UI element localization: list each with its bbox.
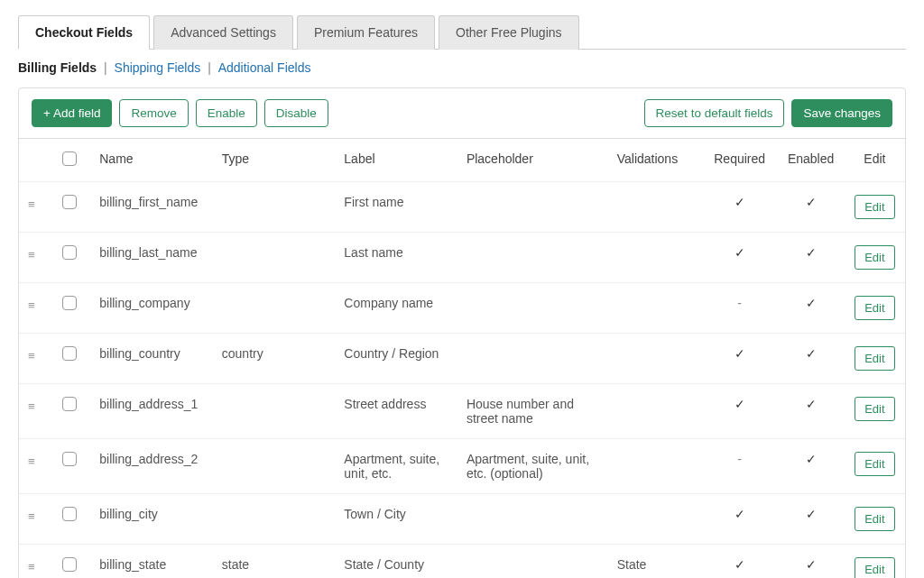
header-required: Required [702,139,777,182]
check-icon: ✓ [735,397,745,411]
cell-placeholder [457,182,608,233]
cell-validations [608,233,702,283]
edit-button[interactable]: Edit [855,195,894,219]
check-icon: ✓ [806,346,817,361]
cell-validations [608,494,702,545]
edit-button[interactable]: Edit [855,397,894,421]
cell-type [213,439,336,494]
add-field-button[interactable]: + Add field [32,99,112,127]
tab-premium-features[interactable]: Premium Features [297,15,435,50]
header-placeholder: Placeholder [457,139,608,182]
cell-required: ✓ [702,545,777,579]
cell-enabled: ✓ [777,283,844,334]
drag-handle-icon[interactable]: ≡ [28,195,34,211]
cell-name: billing_last_name [90,233,213,283]
cell-required: - [702,283,777,334]
subnav-shipping-fields[interactable]: Shipping Fields [115,60,201,75]
tab-other-free-plugins[interactable]: Other Free Plugins [439,15,579,50]
cell-enabled: ✓ [777,545,844,579]
cell-required: ✓ [702,233,777,283]
drag-handle-icon[interactable]: ≡ [28,507,34,523]
cell-type [213,283,336,334]
cell-enabled: ✓ [777,439,844,494]
edit-button[interactable]: Edit [855,557,894,578]
row-checkbox[interactable] [62,195,77,209]
cell-enabled: ✓ [777,233,844,283]
row-checkbox[interactable] [62,397,77,411]
check-icon: ✓ [806,195,817,209]
drag-handle-icon[interactable]: ≡ [28,452,34,468]
cell-placeholder: House number and street name [457,384,608,439]
cell-required: ✓ [702,182,777,233]
cell-required: ✓ [702,494,777,545]
dash-icon: - [737,452,742,466]
check-icon: ✓ [735,195,745,209]
enable-button[interactable]: Enable [196,99,257,127]
edit-button[interactable]: Edit [855,296,894,320]
cell-type [213,182,336,233]
cell-placeholder [457,494,608,545]
row-checkbox[interactable] [62,452,77,466]
edit-button[interactable]: Edit [855,245,894,270]
cell-name: billing_company [90,283,213,334]
cell-name: billing_state [90,545,213,579]
header-validations: Validations [608,139,702,182]
check-icon: ✓ [735,346,745,361]
subnav-additional-fields[interactable]: Additional Fields [218,60,311,75]
edit-button[interactable]: Edit [855,346,894,371]
drag-handle-icon[interactable]: ≡ [28,346,34,362]
header-type: Type [213,139,336,182]
table-row: ≡billing_address_2Apartment, suite, unit… [19,439,905,494]
cell-placeholder [457,283,608,334]
row-checkbox[interactable] [62,507,77,521]
table-row: ≡billing_last_nameLast name✓✓Edit [19,233,905,283]
tab-advanced-settings[interactable]: Advanced Settings [153,15,293,50]
remove-button[interactable]: Remove [119,99,188,127]
toolbar: + Add field Remove Enable Disable Reset … [19,88,905,138]
fields-table: Name Type Label Placeholder Validations … [19,138,905,578]
cell-label: Town / City [335,494,457,545]
row-checkbox[interactable] [62,346,77,361]
save-button[interactable]: Save changes [791,99,892,127]
cell-type: country [213,334,336,384]
reset-button[interactable]: Reset to default fields [644,99,785,127]
cell-enabled: ✓ [777,334,844,384]
drag-handle-icon[interactable]: ≡ [28,296,34,312]
check-icon: ✓ [806,452,817,466]
select-all-checkbox[interactable] [62,151,77,166]
cell-type [213,384,336,439]
cell-name: billing_address_2 [90,439,213,494]
edit-button[interactable]: Edit [855,507,894,531]
separator: | [100,60,110,75]
disable-button[interactable]: Disable [264,99,328,127]
row-checkbox[interactable] [62,245,77,260]
cell-validations [608,384,702,439]
table-row: ≡billing_countrycountryCountry / Region✓… [19,334,905,384]
table-row: ≡billing_first_nameFirst name✓✓Edit [19,182,905,233]
table-row: ≡billing_companyCompany name-✓Edit [19,283,905,334]
cell-label: Country / Region [335,334,457,384]
cell-name: billing_city [90,494,213,545]
cell-name: billing_first_name [90,182,213,233]
check-icon: ✓ [806,507,817,521]
cell-validations [608,439,702,494]
drag-handle-icon[interactable]: ≡ [28,557,34,573]
row-checkbox[interactable] [62,296,77,310]
fields-panel: + Add field Remove Enable Disable Reset … [18,87,906,578]
cell-label: Last name [335,233,457,283]
cell-placeholder: Apartment, suite, unit, etc. (optional) [457,439,608,494]
cell-type [213,494,336,545]
drag-handle-icon[interactable]: ≡ [28,245,34,261]
cell-enabled: ✓ [777,384,844,439]
cell-name: billing_address_1 [90,384,213,439]
table-row: ≡billing_statestateState / CountyState✓✓… [19,545,905,579]
tab-checkout-fields[interactable]: Checkout Fields [18,15,150,50]
cell-type: state [213,545,336,579]
main-tabs: Checkout FieldsAdvanced SettingsPremium … [18,14,906,50]
drag-handle-icon[interactable]: ≡ [28,397,34,413]
cell-label: Company name [335,283,457,334]
separator: | [204,60,214,75]
row-checkbox[interactable] [62,557,77,572]
edit-button[interactable]: Edit [855,452,894,476]
cell-enabled: ✓ [777,182,844,233]
